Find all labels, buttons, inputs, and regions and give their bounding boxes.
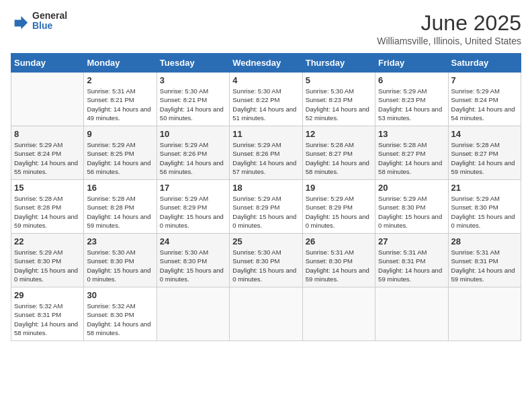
- cell-info: Sunrise: 5:31 AM Sunset: 8:31 PM Dayligh…: [378, 248, 445, 283]
- cell-info: Sunrise: 5:29 AM Sunset: 8:26 PM Dayligh…: [160, 140, 226, 176]
- calendar-cell: 11 Sunrise: 5:29 AM Sunset: 8:26 PM Dayl…: [230, 126, 302, 180]
- day-number: 18: [232, 183, 299, 193]
- day-number: 19: [306, 183, 372, 193]
- day-number: 11: [232, 129, 299, 139]
- day-number: 12: [306, 129, 372, 139]
- cell-info: Sunrise: 5:29 AM Sunset: 8:24 PM Dayligh…: [451, 87, 518, 122]
- calendar-cell: 10 Sunrise: 5:29 AM Sunset: 8:26 PM Dayl…: [157, 126, 229, 180]
- cell-info: Sunrise: 5:29 AM Sunset: 8:23 PM Dayligh…: [378, 87, 445, 122]
- calendar-cell: 27 Sunrise: 5:31 AM Sunset: 8:31 PM Dayl…: [375, 234, 448, 287]
- calendar-table: Sunday Monday Tuesday Wednesday Thursday…: [11, 53, 521, 341]
- calendar-cell: 3 Sunrise: 5:30 AM Sunset: 8:21 PM Dayli…: [157, 73, 229, 126]
- week-row-5: 29 Sunrise: 5:32 AM Sunset: 8:31 PM Dayl…: [11, 287, 521, 341]
- calendar-cell: 23 Sunrise: 5:30 AM Sunset: 8:30 PM Dayl…: [84, 234, 157, 287]
- header-wednesday: Wednesday: [230, 54, 302, 73]
- day-number: 3: [160, 75, 226, 85]
- calendar-cell: 29 Sunrise: 5:32 AM Sunset: 8:31 PM Dayl…: [11, 287, 84, 341]
- cell-info: Sunrise: 5:31 AM Sunset: 8:31 PM Dayligh…: [451, 248, 518, 283]
- header-row: Sunday Monday Tuesday Wednesday Thursday…: [11, 54, 521, 73]
- cell-info: Sunrise: 5:30 AM Sunset: 8:21 PM Dayligh…: [160, 87, 226, 122]
- day-number: 8: [14, 129, 81, 139]
- logo-icon: [11, 11, 30, 30]
- logo: General Blue: [11, 11, 67, 32]
- header-thursday: Thursday: [302, 54, 375, 73]
- day-number: 4: [232, 75, 299, 85]
- calendar-cell: 22 Sunrise: 5:29 AM Sunset: 8:30 PM Dayl…: [11, 234, 84, 287]
- page-header: General Blue June 2025 Williamsville, Il…: [11, 11, 521, 46]
- cell-info: Sunrise: 5:29 AM Sunset: 8:25 PM Dayligh…: [87, 140, 153, 176]
- calendar-cell: 6 Sunrise: 5:29 AM Sunset: 8:23 PM Dayli…: [375, 73, 448, 126]
- calendar-cell: 13 Sunrise: 5:28 AM Sunset: 8:27 PM Dayl…: [375, 126, 448, 180]
- header-monday: Monday: [84, 54, 157, 73]
- cell-info: Sunrise: 5:29 AM Sunset: 8:26 PM Dayligh…: [232, 140, 299, 176]
- calendar-cell: 9 Sunrise: 5:29 AM Sunset: 8:25 PM Dayli…: [84, 126, 157, 180]
- calendar-cell: 28 Sunrise: 5:31 AM Sunset: 8:31 PM Dayl…: [448, 234, 521, 287]
- calendar-cell: 20 Sunrise: 5:29 AM Sunset: 8:30 PM Dayl…: [375, 180, 448, 234]
- day-number: 20: [378, 183, 445, 193]
- calendar-cell: [157, 287, 229, 341]
- calendar-cell: 14 Sunrise: 5:28 AM Sunset: 8:27 PM Dayl…: [448, 126, 521, 180]
- calendar-cell: 30 Sunrise: 5:32 AM Sunset: 8:30 PM Dayl…: [84, 287, 157, 341]
- calendar-cell: 7 Sunrise: 5:29 AM Sunset: 8:24 PM Dayli…: [448, 73, 521, 126]
- header-friday: Friday: [375, 54, 448, 73]
- day-number: 25: [232, 236, 299, 246]
- cell-info: Sunrise: 5:29 AM Sunset: 8:29 PM Dayligh…: [232, 194, 299, 230]
- cell-info: Sunrise: 5:28 AM Sunset: 8:27 PM Dayligh…: [378, 140, 445, 176]
- logo-text: General Blue: [32, 11, 67, 32]
- cell-info: Sunrise: 5:30 AM Sunset: 8:30 PM Dayligh…: [160, 248, 226, 283]
- calendar-cell: 12 Sunrise: 5:28 AM Sunset: 8:27 PM Dayl…: [302, 126, 375, 180]
- calendar-cell: [448, 287, 521, 341]
- day-number: 6: [378, 75, 445, 85]
- header-tuesday: Tuesday: [157, 54, 229, 73]
- calendar-subtitle: Williamsville, Illinois, United States: [377, 36, 521, 46]
- cell-info: Sunrise: 5:29 AM Sunset: 8:30 PM Dayligh…: [14, 248, 81, 283]
- calendar-cell: 17 Sunrise: 5:29 AM Sunset: 8:29 PM Dayl…: [157, 180, 229, 234]
- day-number: 14: [451, 129, 518, 139]
- day-number: 9: [87, 129, 153, 139]
- cell-info: Sunrise: 5:28 AM Sunset: 8:27 PM Dayligh…: [451, 140, 518, 176]
- calendar-cell: 8 Sunrise: 5:29 AM Sunset: 8:24 PM Dayli…: [11, 126, 84, 180]
- cell-info: Sunrise: 5:28 AM Sunset: 8:27 PM Dayligh…: [306, 140, 372, 176]
- day-number: 13: [378, 129, 445, 139]
- cell-info: Sunrise: 5:29 AM Sunset: 8:24 PM Dayligh…: [14, 140, 81, 176]
- day-number: 22: [14, 236, 81, 246]
- calendar-cell: 26 Sunrise: 5:31 AM Sunset: 8:30 PM Dayl…: [302, 234, 375, 287]
- day-number: 24: [160, 236, 226, 246]
- day-number: 7: [451, 75, 518, 85]
- header-saturday: Saturday: [448, 54, 521, 73]
- day-number: 5: [306, 75, 372, 85]
- cell-info: Sunrise: 5:30 AM Sunset: 8:30 PM Dayligh…: [232, 248, 299, 283]
- cell-info: Sunrise: 5:31 AM Sunset: 8:30 PM Dayligh…: [306, 248, 372, 283]
- calendar-cell: 19 Sunrise: 5:29 AM Sunset: 8:29 PM Dayl…: [302, 180, 375, 234]
- cell-info: Sunrise: 5:29 AM Sunset: 8:30 PM Dayligh…: [378, 194, 445, 230]
- title-area: June 2025 Williamsville, Illinois, Unite…: [377, 11, 521, 46]
- cell-info: Sunrise: 5:28 AM Sunset: 8:28 PM Dayligh…: [87, 194, 153, 230]
- day-number: 21: [451, 183, 518, 193]
- day-number: 10: [160, 129, 226, 139]
- cell-info: Sunrise: 5:32 AM Sunset: 8:30 PM Dayligh…: [87, 302, 153, 337]
- day-number: 26: [306, 236, 372, 246]
- week-row-2: 8 Sunrise: 5:29 AM Sunset: 8:24 PM Dayli…: [11, 126, 521, 180]
- day-number: 30: [87, 290, 153, 300]
- week-row-1: 2 Sunrise: 5:31 AM Sunset: 8:21 PM Dayli…: [11, 73, 521, 126]
- calendar-cell: [375, 287, 448, 341]
- calendar-cell: 15 Sunrise: 5:28 AM Sunset: 8:28 PM Dayl…: [11, 180, 84, 234]
- calendar-cell: [230, 287, 302, 341]
- day-number: 17: [160, 183, 226, 193]
- calendar-cell: 25 Sunrise: 5:30 AM Sunset: 8:30 PM Dayl…: [230, 234, 302, 287]
- week-row-4: 22 Sunrise: 5:29 AM Sunset: 8:30 PM Dayl…: [11, 234, 521, 287]
- calendar-cell: [302, 287, 375, 341]
- cell-info: Sunrise: 5:28 AM Sunset: 8:28 PM Dayligh…: [14, 194, 81, 230]
- calendar-cell: 18 Sunrise: 5:29 AM Sunset: 8:29 PM Dayl…: [230, 180, 302, 234]
- day-number: 27: [378, 236, 445, 246]
- calendar-cell: 4 Sunrise: 5:30 AM Sunset: 8:22 PM Dayli…: [230, 73, 302, 126]
- calendar-cell: [11, 73, 84, 126]
- week-row-3: 15 Sunrise: 5:28 AM Sunset: 8:28 PM Dayl…: [11, 180, 521, 234]
- cell-info: Sunrise: 5:29 AM Sunset: 8:30 PM Dayligh…: [451, 194, 518, 230]
- svg-marker-1: [15, 16, 28, 30]
- calendar-cell: 24 Sunrise: 5:30 AM Sunset: 8:30 PM Dayl…: [157, 234, 229, 287]
- cell-info: Sunrise: 5:32 AM Sunset: 8:31 PM Dayligh…: [14, 302, 81, 337]
- header-sunday: Sunday: [11, 54, 84, 73]
- cell-info: Sunrise: 5:30 AM Sunset: 8:23 PM Dayligh…: [306, 87, 372, 122]
- cell-info: Sunrise: 5:31 AM Sunset: 8:21 PM Dayligh…: [87, 87, 153, 122]
